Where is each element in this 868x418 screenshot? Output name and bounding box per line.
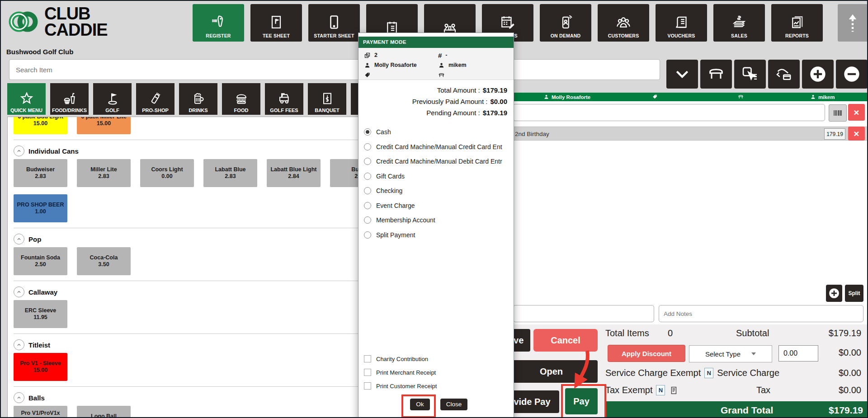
scan-item-input[interactable] (513, 104, 825, 121)
barcode-button[interactable] (829, 104, 847, 122)
ondemand-icon (557, 14, 574, 30)
radio-icon[interactable] (364, 128, 371, 136)
product-tile-6-pack-miller-lite[interactable]: 6 pack Miller Lite15.00 (77, 117, 131, 134)
product-tile-labatt-blue-light[interactable]: Labatt Blue Light2.84 (267, 159, 321, 187)
cart-note-input[interactable] (513, 305, 654, 322)
toolbar-item-on-demand[interactable]: ON DEMAND (540, 4, 591, 42)
tax-label: Tax (756, 385, 770, 395)
product-tile-pro-shop-beer[interactable]: PRO SHOP BEER1.00 (14, 194, 67, 222)
card-swipe-icon (775, 65, 793, 83)
payment-option-credit-card-machine-manual-credit-card-ent[interactable]: Credit Card Machine/Manual Credit Card E… (364, 140, 514, 155)
payment-option-checking[interactable]: Checking (364, 183, 514, 198)
close-button[interactable]: Close (440, 399, 467, 410)
product-tile-coors-light[interactable]: Coors Light0.00 (140, 159, 194, 187)
product-tile-fountain-soda[interactable]: Fountain Soda2.50 (14, 247, 67, 275)
payment-option-membership-account[interactable]: Membership Account (364, 213, 514, 228)
golfflag-icon (105, 91, 120, 106)
category-tab-quick-menu[interactable]: QUICK MENU (7, 83, 46, 115)
payment-option-event-charge[interactable]: Event Charge (364, 198, 514, 213)
payment-option-split-payment[interactable]: Split Payment (364, 228, 514, 243)
checkbox-print-customer-receipt[interactable]: Print Customer Receipt (364, 379, 437, 393)
minus-circle-button[interactable] (836, 60, 868, 89)
toolbar-item-starter-sheet[interactable]: STARTER SHEET (308, 4, 360, 42)
collapse-section-button[interactable] (14, 286, 24, 297)
barcode-icon (832, 108, 843, 118)
category-tab-golf-fees[interactable]: GOLF FEES (265, 83, 303, 115)
product-tile-labatt-blue[interactable]: Labatt Blue2.83 (203, 159, 257, 187)
toolbar-item-tee-sheet[interactable]: TEE SHEET (250, 4, 302, 42)
service-charge-exempt-flag[interactable]: N (704, 368, 713, 378)
cancel-button[interactable]: Cancel (533, 329, 598, 352)
toolbar-item-reports[interactable]: REPORTS (771, 4, 823, 42)
checkbox-charity-contribution[interactable]: Charity Contribution (364, 352, 437, 366)
chevron-down-button[interactable] (666, 60, 698, 89)
add-notes-input[interactable] (659, 305, 863, 322)
category-tab-food[interactable]: FOOD (222, 83, 260, 115)
cart-item-row[interactable]: 2nd Birthday 179.19 (509, 127, 868, 141)
collapse-section-button[interactable] (14, 146, 24, 156)
radio-icon[interactable] (364, 231, 371, 239)
category-tab-drinks[interactable]: DRINKS (179, 83, 217, 115)
total-items-value: 0 (668, 328, 673, 338)
toolbar-item-customers[interactable]: CUSTOMERS (598, 4, 649, 42)
add-item-button[interactable] (826, 285, 842, 302)
product-tile-coca-cola[interactable]: Coca-Cola3.50 (77, 247, 131, 275)
checkbox-print-merchant-receipt[interactable]: Print Merchant Receipt (364, 366, 437, 379)
product-tile-erc-sleeve[interactable]: ERC Sleeve11.95 (14, 300, 67, 328)
open-button[interactable]: Open (505, 360, 598, 383)
collapse-section-button[interactable] (14, 339, 24, 350)
product-tile-6-pack-bud-light[interactable]: 6 pack Bud Light15.00 (14, 117, 67, 134)
toolbar-item-sales[interactable]: SALES (713, 4, 765, 42)
collapse-section-button[interactable] (14, 234, 24, 244)
toolbar-item-register[interactable]: REGISTER (193, 4, 244, 42)
category-tab-food-drinks[interactable]: FOOD/DRINKS (50, 83, 89, 115)
radio-icon[interactable] (364, 187, 371, 194)
collapse-section-button[interactable] (14, 392, 24, 403)
server-row: Molly Rosaforte (364, 61, 417, 69)
product-tile-pro-v1-sleeve[interactable]: Pro V1 - Sleeve15.00 (14, 353, 67, 381)
clear-scan-button[interactable]: × (848, 104, 865, 121)
cart-controls (666, 60, 868, 89)
category-tab-pro-shop[interactable]: PRO-SHOP (136, 83, 175, 115)
remove-item-button[interactable]: × (848, 127, 865, 141)
receipt-icon[interactable] (669, 385, 679, 395)
product-tile-miller-lite[interactable]: Miller Lite2.83 (77, 159, 131, 187)
discount-amount-input[interactable] (778, 345, 818, 362)
discount-type-select[interactable]: Select Type (689, 345, 772, 362)
product-price: 2.84 (288, 173, 299, 180)
payment-option-gift-cards[interactable]: Gift Cards (364, 169, 514, 184)
category-tab-banquet[interactable]: BANQUET (308, 83, 346, 115)
plus-circle-button[interactable] (802, 60, 834, 89)
card-swipe-button[interactable] (768, 60, 800, 89)
radio-icon[interactable] (364, 158, 371, 165)
radio-icon[interactable] (364, 173, 371, 180)
check-number: - (445, 52, 447, 58)
product-tile-pro-v1-prov1x-sleeve[interactable]: Pro V1/ProV1x Sleeve13.95 (14, 406, 67, 418)
product-tile-budweiser[interactable]: Budweiser2.83 (14, 159, 67, 187)
category-label: GOLF (105, 108, 119, 113)
reports-icon (789, 14, 805, 30)
product-tile-logo-ball[interactable]: Logo Ball1.99 (77, 406, 131, 418)
radio-icon[interactable] (364, 216, 371, 224)
pay-button[interactable]: Pay (565, 388, 598, 414)
checkbox-icon[interactable] (364, 382, 371, 390)
apply-discount-button[interactable]: Apply Discount (608, 345, 685, 362)
split-button[interactable]: Split (845, 285, 863, 302)
toolbar-item-vouchers[interactable]: VOUCHERS (656, 4, 707, 42)
search-input[interactable] (9, 59, 660, 80)
tax-exempt-flag[interactable]: N (656, 385, 665, 395)
product-name: Logo Ball (91, 413, 117, 418)
touch-select-icon (741, 65, 759, 83)
category-tab-golf[interactable]: GOLF (93, 83, 132, 115)
payment-option-label: Credit Card Machine/Manual Debit Card En… (376, 158, 502, 165)
scroll-up-button[interactable] (838, 4, 868, 42)
radio-icon[interactable] (364, 143, 371, 150)
checkbox-icon[interactable] (364, 369, 371, 376)
table-button[interactable] (700, 60, 732, 89)
ok-button[interactable]: Ok (410, 399, 430, 410)
payment-option-cash[interactable]: Cash (364, 125, 514, 140)
checkbox-icon[interactable] (364, 355, 371, 362)
radio-icon[interactable] (364, 202, 371, 209)
payment-option-credit-card-machine-manual-debit-card-entr[interactable]: Credit Card Machine/Manual Debit Card En… (364, 154, 514, 169)
touch-select-button[interactable] (734, 60, 766, 89)
